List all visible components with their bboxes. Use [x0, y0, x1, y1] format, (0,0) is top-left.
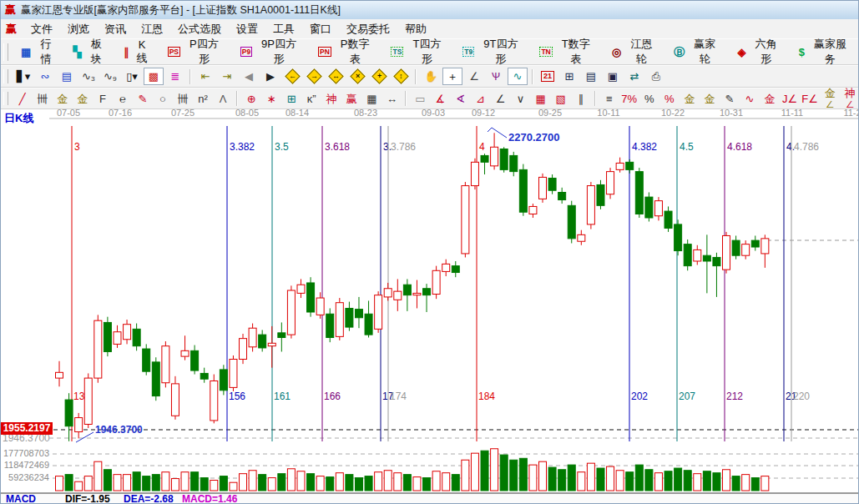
- candle[interactable]: [568, 205, 575, 239]
- angle-lines-icon[interactable]: ∠: [492, 90, 510, 108]
- volume-bar[interactable]: [548, 467, 556, 491]
- grid-arrow-icon[interactable]: ▧: [552, 90, 570, 108]
- volume-bar[interactable]: [403, 475, 411, 491]
- volume-bar[interactable]: [442, 473, 450, 491]
- menu-item-1[interactable]: 浏览: [60, 20, 97, 38]
- candle[interactable]: [94, 320, 102, 378]
- first-bar-icon[interactable]: ⇤: [195, 68, 215, 85]
- t-square-button[interactable]: TST四方形: [382, 41, 454, 63]
- candle[interactable]: [143, 349, 150, 371]
- volume-bar[interactable]: [346, 475, 353, 491]
- volume-bar[interactable]: [423, 478, 431, 491]
- candle[interactable]: [75, 418, 83, 432]
- candle[interactable]: [442, 264, 450, 271]
- candlestick-plot[interactable]: 07-0507-1607-2508-0508-1408-2309-0309-12…: [1, 109, 859, 494]
- volume-bar[interactable]: [259, 475, 266, 491]
- gold-circle-icon[interactable]: 金: [680, 90, 699, 108]
- candle[interactable]: [675, 224, 682, 251]
- candle[interactable]: [133, 329, 140, 345]
- candle[interactable]: [124, 325, 131, 340]
- n2-icon[interactable]: n²: [194, 90, 212, 108]
- candle[interactable]: [645, 197, 653, 218]
- j-angle-icon[interactable]: J∠: [781, 90, 799, 108]
- gold-red-icon[interactable]: 金: [760, 90, 779, 108]
- volume-bar[interactable]: [56, 476, 63, 491]
- volume-bar[interactable]: [316, 476, 324, 491]
- volume-bar[interactable]: [181, 472, 189, 491]
- candle[interactable]: [355, 310, 362, 318]
- volume-bar[interactable]: [220, 476, 227, 491]
- volume-bar[interactable]: [675, 468, 682, 491]
- volume-bar[interactable]: [75, 481, 83, 491]
- candle[interactable]: [171, 384, 179, 416]
- prev-bar-icon[interactable]: ◀: [239, 68, 259, 85]
- candle[interactable]: [191, 350, 199, 370]
- candle[interactable]: [394, 291, 402, 300]
- candle[interactable]: [616, 163, 624, 169]
- fan-box-icon[interactable]: ⊿: [471, 90, 489, 108]
- volume-bar[interactable]: [664, 471, 672, 491]
- candle[interactable]: [56, 372, 63, 378]
- chart-area[interactable]: 07-0507-1607-2508-0508-1408-2309-0309-12…: [1, 109, 859, 494]
- volume-bar[interactable]: [191, 472, 199, 491]
- volume-bar[interactable]: [375, 472, 382, 491]
- volume-bar[interactable]: [510, 460, 518, 491]
- candle[interactable]: [336, 303, 343, 337]
- volume-bar[interactable]: [104, 470, 111, 491]
- candle[interactable]: [346, 308, 353, 327]
- volume-bar[interactable]: [723, 470, 730, 491]
- candle[interactable]: [510, 155, 518, 171]
- candle-style-dropdown[interactable]: ▯▾: [122, 68, 142, 85]
- p9-square-button[interactable]: P99P四方形: [232, 41, 310, 63]
- candle[interactable]: [259, 335, 266, 348]
- spiral-icon[interactable]: ℮: [114, 90, 132, 108]
- volume-bar[interactable]: [645, 470, 653, 491]
- volume-bar[interactable]: [519, 458, 527, 491]
- candle[interactable]: [278, 333, 285, 338]
- last-bar-icon[interactable]: ⇥: [217, 68, 237, 85]
- candle[interactable]: [162, 346, 169, 383]
- angle-tool-icon[interactable]: ∠: [464, 68, 484, 85]
- wave-3-icon[interactable]: ∿₃: [78, 68, 99, 85]
- print-icon[interactable]: ⎙: [646, 68, 666, 85]
- volume-bar[interactable]: [500, 455, 508, 491]
- volume-bar[interactable]: [307, 474, 315, 491]
- volume-bar[interactable]: [607, 466, 614, 491]
- volume-bar[interactable]: [278, 474, 285, 491]
- candle[interactable]: [200, 373, 208, 379]
- candle[interactable]: [210, 381, 218, 420]
- box-plain-icon[interactable]: ▭: [411, 90, 429, 108]
- candle[interactable]: [723, 235, 730, 270]
- candle[interactable]: [654, 201, 662, 216]
- quotes-button[interactable]: ▦行情: [13, 41, 65, 63]
- candle[interactable]: [249, 328, 256, 347]
- zoom-v-icon[interactable]: ↕: [391, 68, 411, 85]
- candle[interactable]: [539, 177, 547, 199]
- gann-wheel-button[interactable]: ◎江恩轮: [604, 41, 666, 63]
- menu-item-6[interactable]: 工具: [265, 20, 302, 38]
- menu-item-8[interactable]: 交易委托: [339, 20, 397, 38]
- volume-bar[interactable]: [133, 472, 140, 491]
- volume-bar[interactable]: [568, 465, 575, 491]
- volume-bar[interactable]: [171, 479, 179, 491]
- wave-v-icon[interactable]: ∨: [512, 90, 530, 108]
- volume-bar[interactable]: [703, 471, 710, 491]
- hexagon-button[interactable]: ◈六角形: [729, 41, 790, 63]
- brush-icon[interactable]: ╱: [13, 90, 32, 108]
- save-icon[interactable]: ▣: [603, 68, 623, 85]
- volume-bar[interactable]: [694, 474, 701, 491]
- candle[interactable]: [751, 240, 759, 247]
- pct-line-icon[interactable]: %: [660, 90, 679, 108]
- pen-red-icon[interactable]: ✎: [134, 90, 152, 108]
- candle[interactable]: [403, 285, 411, 295]
- volume-bar[interactable]: [210, 481, 218, 491]
- pattern-blue-icon[interactable]: ∾: [35, 68, 55, 85]
- k-note-icon[interactable]: ĸ”: [302, 90, 321, 108]
- zoom-x-icon[interactable]: ×: [347, 68, 367, 85]
- gann-tool-icon[interactable]: Ѱ: [486, 68, 506, 85]
- volume-bar[interactable]: [462, 460, 469, 491]
- info-panel-icon[interactable]: ▤: [57, 68, 77, 85]
- candle[interactable]: [664, 211, 672, 228]
- candle[interactable]: [423, 289, 431, 295]
- volume-bar[interactable]: [152, 475, 159, 491]
